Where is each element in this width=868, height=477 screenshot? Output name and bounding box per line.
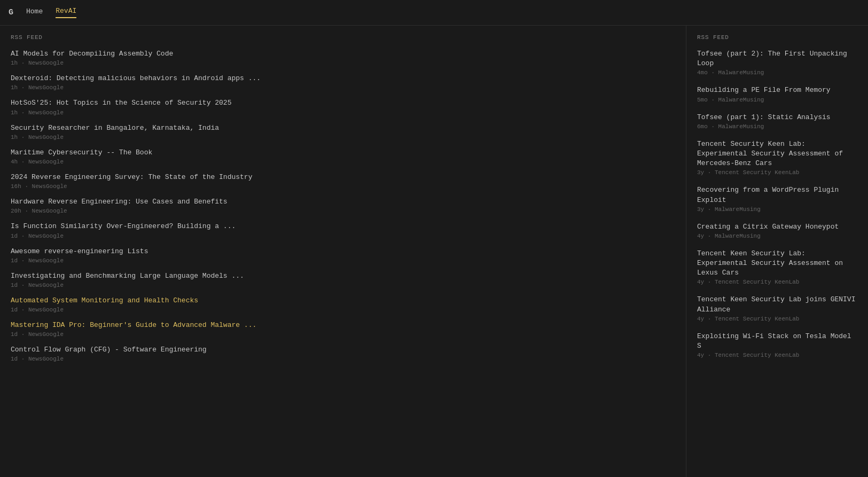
right-feed-item[interactable]: Tencent Security Keen Lab: Experimental …	[697, 139, 857, 176]
feed-item-title: AI Models for Decompiling Assembly Code	[11, 49, 675, 59]
right-feed-item-title: Tencent Keen Security Lab joins GENIVI A…	[697, 295, 857, 314]
left-panel: RSS FEED AI Models for Decompiling Assem…	[0, 26, 686, 477]
feed-item-title: Awesome reverse-engineering Lists	[11, 247, 675, 256]
right-feed-item-meta: 4y · Tencent Security KeenLab	[697, 352, 857, 358]
feed-item-meta: 1h · NewsGoogle	[11, 84, 675, 91]
left-feed-item[interactable]: Awesome reverse-engineering Lists1d · Ne…	[11, 247, 675, 264]
feed-item-title: Control Flow Graph (CFG) - Software Engi…	[11, 345, 675, 355]
left-feed-item[interactable]: Control Flow Graph (CFG) - Software Engi…	[11, 345, 675, 362]
right-feed-item-title: Exploiting Wi-Fi Stack on Tesla Model S	[697, 332, 857, 351]
left-feed-item[interactable]: Maritime Cybersecurity -- The Book4h · N…	[11, 148, 675, 165]
right-feed-item-title: Tofsee (part 2): The First Unpacking Loo…	[697, 49, 857, 68]
feed-item-meta: 1d · NewsGoogle	[11, 307, 675, 313]
right-feed-item-title: Tofsee (part 1): Static Analysis	[697, 113, 857, 122]
feed-item-title: Maritime Cybersecurity -- The Book	[11, 148, 675, 158]
right-feed-item-meta: 3y · MalwareMusing	[697, 206, 857, 213]
feed-item-meta: 1h · NewsGoogle	[11, 134, 675, 140]
right-feed: Tofsee (part 2): The First Unpacking Loo…	[697, 49, 857, 358]
feed-item-title: 2024 Reverse Engineering Survey: The Sta…	[11, 173, 675, 182]
left-feed-item[interactable]: 2024 Reverse Engineering Survey: The Sta…	[11, 173, 675, 190]
right-feed-item-title: Tencent Keen Security Lab: Experimental …	[697, 249, 857, 278]
feed-item-title: Hardware Reverse Engineering: Use Cases …	[11, 197, 675, 207]
feed-item-meta: 1h · NewsGoogle	[11, 60, 675, 66]
right-feed-item-meta: 4y · Tencent Security KeenLab	[697, 316, 857, 322]
left-feed-item[interactable]: Is Function Similarity Over-Engineered? …	[11, 222, 675, 239]
feed-item-meta: 4h · NewsGoogle	[11, 159, 675, 165]
left-feed-item[interactable]: HotSoS'25: Hot Topics in the Science of …	[11, 98, 675, 115]
feed-item-title: Dexteroid: Detecting malicious behaviors…	[11, 74, 675, 83]
feed-item-title: Security Researcher in Bangalore, Karnat…	[11, 123, 675, 133]
right-feed-item[interactable]: Creating a Citrix Gateway Honeypot4y · M…	[697, 222, 857, 239]
left-feed-item[interactable]: Investigating and Benchmarking Large Lan…	[11, 271, 675, 288]
right-feed-item[interactable]: Tencent Keen Security Lab: Experimental …	[697, 249, 857, 286]
right-feed-item-meta: 4y · Tencent Security KeenLab	[697, 279, 857, 285]
feed-item-title: Is Function Similarity Over-Engineered? …	[11, 222, 675, 231]
left-feed-item[interactable]: Security Researcher in Bangalore, Karnat…	[11, 123, 675, 140]
feed-item-meta: 1d · NewsGoogle	[11, 331, 675, 338]
right-feed-item-title: Rebuilding a PE File From Memory	[697, 85, 857, 95]
feed-item-meta: 1d · NewsGoogle	[11, 257, 675, 264]
right-feed-item[interactable]: Exploiting Wi-Fi Stack on Tesla Model S4…	[697, 332, 857, 358]
feed-item-meta: 1d · NewsGoogle	[11, 282, 675, 288]
left-feed-item[interactable]: Automated System Monitoring and Health C…	[11, 296, 675, 313]
feed-item-meta: 20h · NewsGoogle	[11, 208, 675, 214]
feed-item-title: Mastering IDA Pro: Beginner's Guide to A…	[11, 320, 675, 330]
right-feed-item[interactable]: Tofsee (part 1): Static Analysis6mo · Ma…	[697, 113, 857, 130]
right-feed-item-title: Creating a Citrix Gateway Honeypot	[697, 222, 857, 232]
left-feed-item[interactable]: Mastering IDA Pro: Beginner's Guide to A…	[11, 320, 675, 338]
left-section-label: RSS FEED	[11, 34, 675, 41]
right-feed-item[interactable]: Recovering from a WordPress Plugin Explo…	[697, 185, 857, 212]
feed-item-meta: 1d · NewsGoogle	[11, 233, 675, 239]
right-feed-item-meta: 5mo · MalwareMusing	[697, 97, 857, 103]
feed-item-title: Investigating and Benchmarking Large Lan…	[11, 271, 675, 281]
nav-link-revai[interactable]: RevAI	[56, 7, 76, 18]
right-feed-item-title: Recovering from a WordPress Plugin Explo…	[697, 185, 857, 205]
right-feed-item-meta: 3y · Tencent Security KeenLab	[697, 169, 857, 176]
main-layout: RSS FEED AI Models for Decompiling Assem…	[0, 26, 868, 477]
navbar: G Home RevAI	[0, 0, 868, 26]
nav-logo: G	[9, 8, 13, 17]
left-feed-item[interactable]: AI Models for Decompiling Assembly Code1…	[11, 49, 675, 66]
feed-item-meta: 1h · NewsGoogle	[11, 110, 675, 116]
right-feed-item[interactable]: Tencent Keen Security Lab joins GENIVI A…	[697, 295, 857, 322]
right-feed-item-meta: 6mo · MalwareMusing	[697, 123, 857, 130]
right-feed-item-meta: 4y · MalwareMusing	[697, 233, 857, 239]
nav-link-home[interactable]: Home	[26, 7, 43, 18]
right-panel: RSS FEED Tofsee (part 2): The First Unpa…	[686, 26, 868, 477]
right-feed-item-title: Tencent Security Keen Lab: Experimental …	[697, 139, 857, 169]
feed-item-meta: 1d · NewsGoogle	[11, 356, 675, 362]
feed-item-title: Automated System Monitoring and Health C…	[11, 296, 675, 306]
feed-item-meta: 16h · NewsGoogle	[11, 183, 675, 190]
right-feed-item-meta: 4mo · MalwareMusing	[697, 69, 857, 76]
left-feed-item[interactable]: Hardware Reverse Engineering: Use Cases …	[11, 197, 675, 214]
right-feed-item[interactable]: Rebuilding a PE File From Memory5mo · Ma…	[697, 85, 857, 103]
right-section-label: RSS FEED	[697, 34, 857, 41]
feed-item-title: HotSoS'25: Hot Topics in the Science of …	[11, 98, 675, 108]
left-feed: AI Models for Decompiling Assembly Code1…	[11, 49, 675, 362]
right-feed-item[interactable]: Tofsee (part 2): The First Unpacking Loo…	[697, 49, 857, 76]
left-feed-item[interactable]: Dexteroid: Detecting malicious behaviors…	[11, 74, 675, 91]
